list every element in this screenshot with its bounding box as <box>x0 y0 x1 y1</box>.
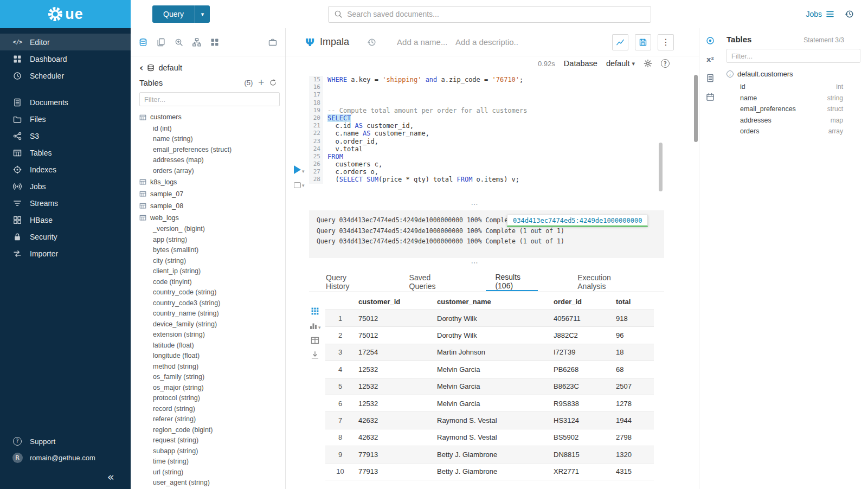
snippet-history-icon[interactable] <box>368 38 376 47</box>
sidebar-item-s3[interactable]: S3 <box>0 127 131 144</box>
back-chevron-icon[interactable]: ‹ <box>139 65 143 71</box>
table-row[interactable]: 977913Betty J. GiambroneDN88151320 <box>325 446 654 463</box>
sidebar-item-jobs[interactable]: Jobs <box>0 178 131 195</box>
help-icon[interactable]: ? <box>661 59 670 68</box>
editor-scrollbar[interactable] <box>659 143 663 191</box>
sidebar-item-importer[interactable]: Importer <box>0 245 131 262</box>
tree-table-customers[interactable]: customers <box>139 111 285 123</box>
resize-handle-bottom[interactable]: ⋯ <box>286 260 664 267</box>
tree-column[interactable]: client_ip (string) <box>139 266 285 277</box>
query-description-input[interactable] <box>455 37 518 47</box>
query-name-input[interactable] <box>397 37 447 47</box>
chart-options-caret-icon[interactable]: ▾ <box>318 325 321 330</box>
sidebar-item-hbase[interactable]: HBase <box>0 211 131 228</box>
chart-button[interactable] <box>612 34 628 50</box>
table-row[interactable]: 742632Raymond S. VestalHS31241944 <box>325 412 654 429</box>
documents-source-icon[interactable] <box>157 38 165 47</box>
zoom-in-icon[interactable] <box>175 38 183 47</box>
database-source-icon[interactable] <box>139 38 147 47</box>
tree-column[interactable]: bytes (smallint) <box>139 245 285 256</box>
column-header[interactable]: customer_name <box>434 298 550 306</box>
right-panel-filter-input[interactable] <box>726 49 860 63</box>
tab-results-106[interactable]: Results (106) <box>486 272 538 291</box>
new-query-button[interactable]: Query ▾ <box>152 5 210 23</box>
columns-view-icon[interactable] <box>309 336 321 345</box>
tree-column[interactable]: name (string) <box>139 134 285 145</box>
sidebar-item-security[interactable]: Security <box>0 228 131 245</box>
run-options-caret-icon[interactable]: ▾ <box>302 169 305 174</box>
tree-table-k8s_logs[interactable]: k8s_logs <box>139 176 285 188</box>
main-scrollbar[interactable] <box>694 75 698 142</box>
tree-column[interactable]: time (string) <box>139 456 285 467</box>
run-query-button[interactable]: ▾ <box>294 165 305 174</box>
tree-column[interactable]: url (string) <box>139 467 285 478</box>
language-docs-icon[interactable] <box>706 74 715 82</box>
sidebar-item-documents[interactable]: Documents <box>0 94 131 111</box>
context-table[interactable]: i default.customers <box>726 70 860 78</box>
query-history-icon[interactable] <box>845 10 854 18</box>
table-row[interactable]: 612532Melvin GarciaR9S8381278 <box>325 395 654 412</box>
table-row[interactable]: 512532Melvin GarciaB8623C2507 <box>325 378 654 395</box>
sidebar-collapse-button[interactable]: « <box>0 470 131 484</box>
table-row[interactable]: 317254Martin JohnsonI72T3918 <box>325 344 654 361</box>
snippet-settings-button[interactable]: ▾ <box>294 182 305 188</box>
tree-column[interactable]: extension (string) <box>139 330 285 340</box>
tree-column[interactable]: method (string) <box>139 361 285 372</box>
table-row[interactable]: 175012Dorothy Wilk4056711918 <box>325 310 654 327</box>
column-header[interactable]: order_id <box>550 298 613 306</box>
tree-column[interactable]: longitude (float) <box>139 351 285 362</box>
sidebar-item-tables[interactable]: Tables <box>0 144 131 161</box>
table-row[interactable]: 412532Melvin GarciaPB626868 <box>325 361 654 378</box>
hue-logo[interactable]: ue <box>0 0 131 28</box>
search-input[interactable] <box>347 10 645 18</box>
grid-view-icon[interactable] <box>309 307 321 316</box>
sidebar-item-scheduler[interactable]: Scheduler <box>0 67 131 84</box>
tree-column[interactable]: app (string) <box>139 234 285 245</box>
tree-column[interactable]: _version_ (bigint) <box>139 224 285 235</box>
table-row[interactable]: 842632Raymond S. VestalBS59022798 <box>325 429 654 446</box>
database-breadcrumb[interactable]: ‹ default <box>139 63 277 72</box>
tree-column[interactable]: protocol (string) <box>139 393 285 404</box>
sidebar-item-files[interactable]: Files <box>0 111 131 127</box>
more-actions-button[interactable]: ⋮ <box>658 34 674 50</box>
tree-column[interactable]: os_family (string) <box>139 372 285 383</box>
tab-query-history[interactable]: Query History <box>317 272 370 291</box>
query-button-label[interactable]: Query <box>152 5 195 23</box>
query-id-tooltip[interactable]: 034d413ec7474ed5:4249de1000000000 <box>507 215 648 227</box>
save-button[interactable] <box>635 34 651 50</box>
resize-handle-top[interactable]: ⋯ <box>286 202 664 208</box>
tree-column[interactable]: id (int) <box>139 123 285 134</box>
tree-column[interactable]: region_code (bigint) <box>139 424 285 435</box>
tree-table-sample_08[interactable]: sample_08 <box>139 200 285 212</box>
column-header[interactable]: total <box>613 298 654 306</box>
apps-grid-icon[interactable] <box>210 38 219 47</box>
sidebar-item-indexes[interactable]: Indexes <box>0 161 131 178</box>
tree-column[interactable]: device_family (string) <box>139 319 285 330</box>
jobs-link[interactable]: Jobs <box>806 10 834 18</box>
sitemap-icon[interactable] <box>192 38 201 47</box>
table-row[interactable]: 275012Dorothy WilkJ882C296 <box>325 327 654 344</box>
tree-column[interactable]: user_agent (string) <box>139 478 285 488</box>
settings-gear-icon[interactable] <box>644 59 652 68</box>
tree-column[interactable]: country_code3 (string) <box>139 298 285 308</box>
chart-view-icon[interactable] <box>309 321 318 330</box>
context-column[interactable]: idint <box>726 81 860 93</box>
tree-column[interactable]: email_preferences (struct) <box>139 144 285 155</box>
sidebar-item-editor[interactable]: </>Editor <box>0 34 131 50</box>
tab-execution-analysis[interactable]: Execution Analysis <box>568 272 634 291</box>
tree-column[interactable]: city (string) <box>139 255 285 266</box>
context-bullseye-icon[interactable] <box>706 36 715 45</box>
refresh-icon[interactable] <box>269 79 277 86</box>
tab-saved-queries[interactable]: Saved Queries <box>400 272 456 291</box>
query-dropdown-caret[interactable]: ▾ <box>195 5 210 23</box>
assist-filter-input[interactable] <box>139 92 280 106</box>
table-row[interactable]: 1077913Betty J. GiambroneXR27714315 <box>325 464 654 480</box>
database-select[interactable]: default ▾ <box>606 59 635 68</box>
sql-editor[interactable]: 15WHERE a.key = 'shipping' and a.zip_cod… <box>309 76 664 184</box>
tree-column[interactable]: country_code (string) <box>139 287 285 298</box>
download-icon[interactable] <box>309 351 321 359</box>
tree-column[interactable]: country_name (string) <box>139 308 285 319</box>
schedule-icon[interactable] <box>706 93 715 101</box>
tree-column[interactable]: request (string) <box>139 435 285 446</box>
tree-column[interactable]: orders (array) <box>139 165 285 176</box>
